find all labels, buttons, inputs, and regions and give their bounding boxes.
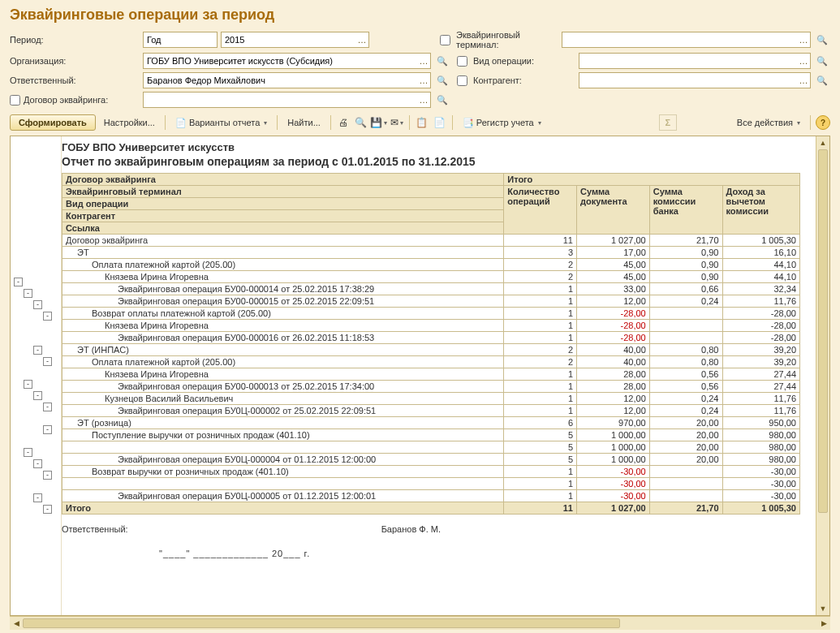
tree-toggle[interactable]: - xyxy=(43,471,52,480)
tree-toggle[interactable]: - xyxy=(33,391,42,400)
table-row[interactable]: Оплата платежной картой (205.00)240,000,… xyxy=(62,356,800,368)
mail-icon[interactable]: ✉ xyxy=(390,115,404,130)
resp-search-icon[interactable]: 🔍 xyxy=(434,72,450,88)
register-link[interactable]: 📑 Регистр учета xyxy=(458,115,546,131)
copy-icon[interactable]: 📋 xyxy=(415,115,429,130)
counterparty-picker-icon[interactable]: … xyxy=(797,73,810,88)
period-value-picker-icon[interactable]: … xyxy=(355,32,368,47)
table-row[interactable]: Эквайринговая операция БУ00-000013 от 25… xyxy=(62,381,800,393)
contract-label: Договор эквайринга: xyxy=(24,95,108,105)
row-net: 980,00 xyxy=(722,429,800,441)
org-picker-icon[interactable]: … xyxy=(417,54,430,68)
terminal-checkbox[interactable] xyxy=(440,35,450,45)
filters-panel: Период: … … Эквайринговый терминал: … xyxy=(10,30,830,108)
period-value-input[interactable]: … xyxy=(221,32,369,48)
table-row[interactable]: ЭТ317,000,9016,10 xyxy=(62,247,800,259)
table-row[interactable]: Князева Ирина Игоревна245,000,9044,10 xyxy=(62,271,800,283)
horizontal-scrollbar[interactable]: ◀ ▶ xyxy=(10,616,830,630)
table-row[interactable]: Возврат выручки от розничных продаж (401… xyxy=(62,466,800,478)
tree-toggle[interactable]: - xyxy=(33,346,42,355)
table-row[interactable]: ЭТ (ИНПАС)240,000,8039,20 xyxy=(62,344,800,356)
optype-checkbox[interactable] xyxy=(457,56,467,67)
paste-icon[interactable]: 📄 xyxy=(433,115,447,130)
scroll-down-icon[interactable]: ▼ xyxy=(816,602,829,615)
help-icon[interactable]: ? xyxy=(816,115,830,130)
row-qty: 1 xyxy=(504,308,577,320)
optype-input[interactable]: … xyxy=(579,53,811,69)
terminal-search-icon[interactable]: 🔍 xyxy=(814,32,830,48)
terminal-input[interactable]: … xyxy=(562,32,811,48)
table-row[interactable]: Поступление выручки от розничных продаж … xyxy=(62,429,800,441)
table-row[interactable]: Князева Ирина Игоревна1-28,00-28,00 xyxy=(62,320,800,332)
tree-toggle[interactable]: - xyxy=(43,357,52,366)
resp-label: Ответственный: xyxy=(10,75,140,85)
table-row[interactable]: Договор эквайринга111 027,0021,701 005,3… xyxy=(62,235,800,247)
total-fee: 21,70 xyxy=(649,502,722,515)
resp-input[interactable]: … xyxy=(143,72,431,88)
tree-toggle[interactable]: - xyxy=(33,300,42,309)
table-row[interactable]: Эквайринговая операция БУ0Ц-000005 от 01… xyxy=(62,490,800,502)
print-icon[interactable]: 🖨 xyxy=(336,115,351,130)
org-search-icon[interactable]: 🔍 xyxy=(434,53,450,69)
scroll-left-icon[interactable]: ◀ xyxy=(10,617,23,630)
table-row[interactable]: Эквайринговая операция БУ00-000015 от 25… xyxy=(62,295,800,308)
contract-input[interactable]: … xyxy=(143,92,431,108)
vertical-scrollbar[interactable]: ▲ ▼ xyxy=(816,136,829,615)
contract-search-icon[interactable]: 🔍 xyxy=(434,92,450,108)
counterparty-search-icon[interactable]: 🔍 xyxy=(814,72,830,88)
org-input[interactable]: … xyxy=(143,53,431,69)
find-link[interactable]: Найти... xyxy=(282,115,325,130)
period-type-input[interactable]: … xyxy=(143,32,218,48)
optype-search-icon[interactable]: 🔍 xyxy=(814,53,830,69)
save-icon[interactable]: 💾 xyxy=(372,115,386,130)
row-fee: 0,56 xyxy=(649,368,722,381)
contract-checkbox[interactable] xyxy=(10,95,20,106)
table-row[interactable]: Оплата платежной картой (205.00)245,000,… xyxy=(62,259,800,271)
tree-toggle[interactable]: - xyxy=(24,380,32,389)
table-row[interactable]: Кузнецов Василий Васильевич112,000,2411,… xyxy=(62,393,800,405)
table-row[interactable]: Князева Ирина Игоревна128,000,5627,44 xyxy=(62,368,800,381)
group-header-4: Ссылка xyxy=(62,222,504,235)
tree-toggle[interactable]: - xyxy=(14,278,23,286)
counterparty-checkbox[interactable] xyxy=(457,75,467,86)
tree-toggle[interactable]: - xyxy=(43,312,52,321)
col-sum: Сумма документа xyxy=(577,186,650,235)
scroll-right-icon[interactable]: ▶ xyxy=(817,617,830,630)
optype-picker-icon[interactable]: … xyxy=(797,54,810,68)
table-row[interactable]: 1-30,00-30,00 xyxy=(62,478,800,490)
row-net: 44,10 xyxy=(722,259,800,271)
table-row[interactable]: Эквайринговая операция БУ00-000016 от 26… xyxy=(62,332,800,344)
table-row[interactable]: Эквайринговая операция БУ0Ц-000002 от 25… xyxy=(62,405,800,417)
scroll-up-icon[interactable]: ▲ xyxy=(816,136,829,149)
col-net: Доход за вычетом комиссии xyxy=(722,186,800,235)
tree-toggle[interactable]: - xyxy=(24,448,32,457)
contract-picker-icon[interactable]: … xyxy=(417,93,430,107)
row-qty: 6 xyxy=(504,417,577,429)
row-sum: 1 000,00 xyxy=(577,441,650,454)
terminal-picker-icon[interactable]: … xyxy=(797,32,810,47)
tree-toggle[interactable]: - xyxy=(33,493,42,502)
tree-toggle[interactable]: - xyxy=(33,459,42,468)
form-button[interactable]: Сформировать xyxy=(10,114,96,131)
resp-picker-icon[interactable]: … xyxy=(417,73,430,88)
tree-toggle[interactable]: - xyxy=(43,425,52,434)
row-fee: 20,00 xyxy=(649,417,722,429)
counterparty-input[interactable]: … xyxy=(579,72,811,88)
tree-toggle[interactable]: - xyxy=(24,289,32,298)
row-net: 44,10 xyxy=(722,271,800,283)
row-fee: 20,00 xyxy=(649,441,722,454)
table-row[interactable]: ЭТ (розница)6970,0020,00950,00 xyxy=(62,417,800,429)
table-row[interactable]: Эквайринговая операция БУ00-000014 от 25… xyxy=(62,283,800,295)
tree-toggle[interactable]: - xyxy=(43,403,52,411)
all-actions-link[interactable]: Все действия xyxy=(732,115,805,130)
table-row[interactable]: Возврат оплаты платежной картой (205.00)… xyxy=(62,308,800,320)
preview-icon[interactable]: 🔍 xyxy=(354,115,368,130)
tree-toggle[interactable]: - xyxy=(43,505,52,514)
table-row[interactable]: Эквайринговая операция БУ0Ц-000004 от 01… xyxy=(62,454,800,466)
variants-link[interactable]: 📄 Варианты отчета xyxy=(170,115,272,131)
settings-link[interactable]: Настройки... xyxy=(99,115,160,130)
row-sum: 45,00 xyxy=(577,259,650,271)
org-label: Организация: xyxy=(10,56,140,66)
row-fee: 0,90 xyxy=(649,271,722,283)
table-row[interactable]: 51 000,0020,00980,00 xyxy=(62,441,800,454)
